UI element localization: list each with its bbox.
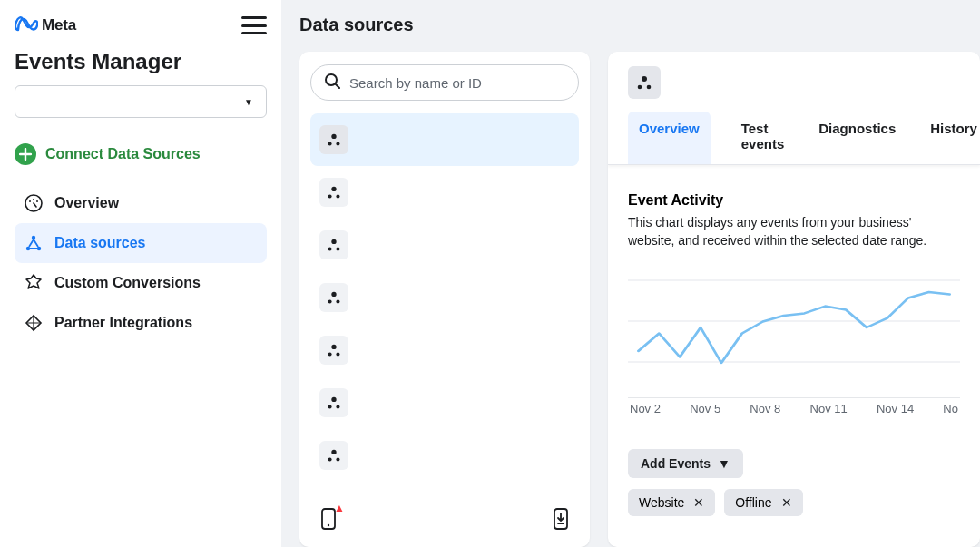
gauge-icon bbox=[24, 193, 44, 213]
svg-point-3 bbox=[36, 200, 38, 202]
add-events-button[interactable]: Add Events ▼ bbox=[628, 449, 743, 478]
svg-point-5 bbox=[26, 247, 30, 250]
pixel-icon bbox=[628, 66, 661, 99]
svg-point-9 bbox=[331, 134, 336, 139]
data-source-list-panel: ▲ bbox=[299, 52, 590, 547]
pixel-icon bbox=[319, 441, 348, 470]
filter-tags-row: Website✕Offline✕ bbox=[628, 489, 960, 516]
sidebar-top: Meta bbox=[15, 15, 274, 36]
meta-logo-icon bbox=[15, 15, 38, 35]
search-input[interactable] bbox=[349, 75, 565, 91]
svg-point-14 bbox=[336, 194, 339, 198]
sidebar-item-label: Data sources bbox=[54, 235, 146, 251]
x-tick-label: Nov 2 bbox=[630, 402, 661, 415]
remove-tag-icon[interactable]: ✕ bbox=[781, 495, 792, 510]
svg-point-29 bbox=[336, 457, 339, 461]
tab-diagnostics[interactable]: Diagnostics bbox=[815, 112, 899, 164]
svg-point-8 bbox=[326, 74, 337, 85]
sidebar-item-label: Overview bbox=[54, 195, 119, 211]
list-footer-toolbar: ▲ bbox=[310, 503, 579, 534]
data-source-item[interactable] bbox=[310, 113, 579, 166]
event-activity-title: Event Activity bbox=[628, 192, 960, 209]
svg-point-10 bbox=[328, 142, 332, 145]
caret-down-icon: ▼ bbox=[718, 456, 730, 471]
pixel-icon bbox=[319, 178, 348, 207]
tab-history[interactable]: History bbox=[926, 112, 980, 164]
svg-point-33 bbox=[642, 76, 647, 82]
sidebar-item-partner-integrations[interactable]: Partner Integrations bbox=[15, 303, 267, 343]
pixel-icon bbox=[319, 125, 348, 154]
tab-overview[interactable]: Overview bbox=[628, 112, 710, 164]
tab-test-events[interactable]: Test events bbox=[738, 112, 789, 164]
svg-point-2 bbox=[29, 200, 31, 202]
data-source-item[interactable] bbox=[310, 166, 579, 219]
data-source-item[interactable] bbox=[310, 429, 579, 482]
add-events-label: Add Events bbox=[641, 456, 710, 471]
search-wrap bbox=[310, 64, 579, 101]
sidebar-item-custom-conversions[interactable]: Custom Conversions bbox=[15, 263, 267, 303]
tabbar: OverviewTest eventsDiagnosticsHistory bbox=[608, 112, 980, 165]
sidebar-item-overview[interactable]: Overview bbox=[15, 183, 267, 223]
svg-point-35 bbox=[647, 85, 652, 90]
svg-point-19 bbox=[328, 299, 332, 303]
chip-row: Add Events ▼ bbox=[628, 449, 960, 478]
caret-down-icon: ▼ bbox=[244, 97, 253, 107]
svg-point-31 bbox=[328, 524, 329, 526]
pixel-icon bbox=[319, 230, 348, 259]
connect-data-sources-button[interactable]: Connect Data Sources bbox=[15, 143, 274, 165]
brand-name: Meta bbox=[42, 16, 76, 34]
mobile-device-icon[interactable]: ▲ bbox=[319, 507, 338, 534]
svg-point-20 bbox=[336, 299, 339, 303]
svg-point-25 bbox=[328, 405, 332, 408]
detail-header bbox=[608, 52, 980, 112]
filter-tag-website[interactable]: Website✕ bbox=[628, 489, 715, 516]
tag-label: Website bbox=[639, 495, 684, 510]
svg-point-18 bbox=[331, 292, 336, 297]
warning-badge-icon: ▲ bbox=[334, 502, 345, 514]
nodes-icon bbox=[24, 233, 44, 253]
event-activity-description: This chart displays any events from your… bbox=[628, 214, 960, 249]
star-badge-icon bbox=[24, 273, 44, 293]
svg-point-1 bbox=[33, 199, 34, 200]
sidebar-item-data-sources[interactable]: Data sources bbox=[15, 223, 267, 263]
svg-point-24 bbox=[331, 397, 336, 402]
x-tick-label: Nov 5 bbox=[690, 402, 720, 415]
sidebar-item-label: Partner Integrations bbox=[54, 315, 192, 331]
filter-tag-offline[interactable]: Offline✕ bbox=[724, 489, 802, 516]
account-selector[interactable]: ▼ bbox=[15, 85, 267, 118]
event-activity-chart: Nov 2Nov 5Nov 8Nov 11Nov 14No bbox=[628, 271, 960, 425]
data-source-detail-panel: OverviewTest eventsDiagnosticsHistory Ev… bbox=[608, 52, 980, 547]
svg-point-23 bbox=[336, 352, 339, 356]
chart-x-axis: Nov 2Nov 5Nov 8Nov 11Nov 14No bbox=[628, 402, 960, 415]
data-source-list bbox=[310, 113, 579, 482]
main-area: Data sources ▲ bbox=[281, 0, 980, 547]
download-device-icon[interactable] bbox=[552, 507, 570, 534]
svg-point-6 bbox=[37, 247, 41, 250]
detail-body: Event Activity This chart displays any e… bbox=[608, 165, 980, 547]
svg-point-27 bbox=[331, 450, 336, 454]
svg-marker-7 bbox=[26, 275, 41, 288]
svg-point-28 bbox=[328, 457, 332, 461]
svg-point-15 bbox=[331, 239, 336, 244]
pixel-icon bbox=[319, 336, 348, 365]
data-source-item[interactable] bbox=[310, 219, 579, 271]
data-source-item[interactable] bbox=[310, 271, 579, 324]
data-source-item[interactable] bbox=[310, 376, 579, 429]
pixel-icon bbox=[319, 283, 348, 312]
page-title: Data sources bbox=[299, 15, 980, 35]
svg-point-13 bbox=[328, 194, 332, 198]
plus-circle-icon bbox=[15, 143, 36, 165]
svg-point-12 bbox=[331, 187, 336, 191]
search-icon bbox=[324, 73, 340, 93]
sidebar: Meta Events Manager ▼ Connect Data Sourc… bbox=[0, 0, 281, 547]
svg-point-21 bbox=[331, 345, 336, 349]
sidebar-title: Events Manager bbox=[15, 49, 274, 74]
menu-toggle-icon[interactable] bbox=[241, 15, 267, 36]
pixel-icon bbox=[319, 388, 348, 417]
sidebar-item-label: Custom Conversions bbox=[54, 275, 201, 291]
svg-point-22 bbox=[328, 352, 332, 356]
svg-point-4 bbox=[32, 236, 35, 239]
x-tick-label: No bbox=[943, 402, 958, 415]
remove-tag-icon[interactable]: ✕ bbox=[693, 495, 704, 510]
data-source-item[interactable] bbox=[310, 324, 579, 376]
